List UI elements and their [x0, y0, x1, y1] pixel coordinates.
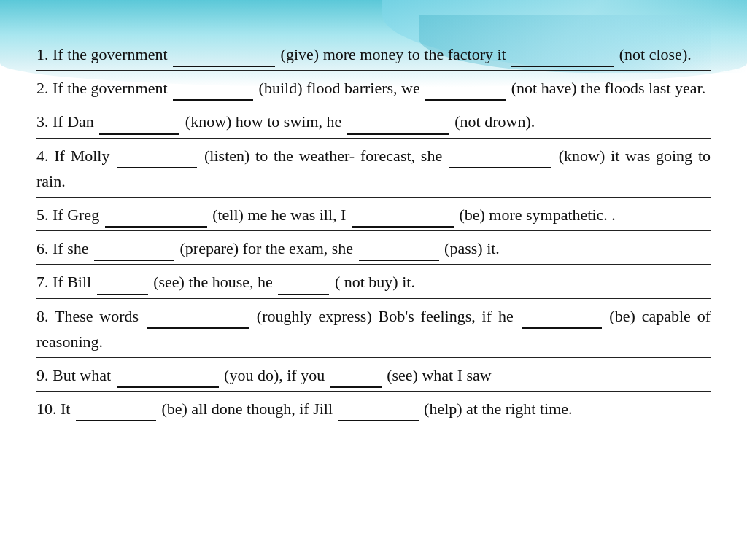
- exercise-8: 8. These words (roughly express) Bob's f…: [36, 302, 711, 354]
- blank-6-1: [94, 234, 174, 261]
- exercise-6: 6. If she (prepare) for the exam, she (p…: [36, 234, 711, 261]
- ex5-p3: (be) more sympathetic. .: [455, 206, 616, 224]
- sep-2: [36, 104, 711, 104]
- exercise-7: 7. If Bill (see) the house, he ( not buy…: [36, 268, 711, 295]
- ex3-p3: (not drown).: [451, 112, 535, 131]
- ex6-p3: (pass) it.: [441, 239, 500, 257]
- exercise-9: 9. But what (you do), if you (see) what …: [36, 361, 711, 388]
- blank-5-1: [105, 201, 207, 228]
- sep-5: [36, 230, 711, 231]
- blank-7-1: [97, 268, 148, 295]
- ex7-p2: (see) the house, he: [150, 273, 277, 291]
- ex4-p2: (listen) to the weather- forecast, she: [198, 147, 448, 165]
- sep-4: [36, 197, 711, 198]
- ex9-p3: (see) what I saw: [383, 366, 492, 384]
- blank-4-1: [117, 141, 197, 168]
- ex10-p1: 10. It: [36, 400, 74, 418]
- blank-4-2: [449, 141, 551, 168]
- exercise-10: 10. It (be) all done though, if Jill (he…: [36, 394, 711, 421]
- blank-7-2: [278, 268, 329, 295]
- blank-10-2: [338, 394, 419, 421]
- blank-3-1: [99, 107, 179, 134]
- blank-9-1: [117, 361, 219, 388]
- sep-3: [36, 138, 711, 139]
- sep-7: [36, 298, 711, 299]
- ex10-p2: (be) all done though, if Jill: [158, 400, 337, 418]
- ex9-p2: (you do), if you: [220, 366, 329, 384]
- blank-2-1: [173, 74, 253, 101]
- blank-8-2: [522, 302, 602, 329]
- ex5-p1: 5. If Greg: [36, 206, 104, 224]
- exercise-3: 3. If Dan (know) how to swim, he (not dr…: [36, 107, 711, 134]
- blank-10-1: [76, 394, 156, 421]
- ex1-p3: (not close).: [615, 45, 691, 63]
- sep-1: [36, 70, 711, 71]
- ex7-p1: 7. If Bill: [36, 273, 96, 291]
- ex5-p2: (tell) me he was ill, I: [209, 206, 350, 224]
- ex1-num: 1. If the government: [36, 45, 171, 63]
- ex8-p1: 8. These words: [36, 307, 145, 325]
- ex2-p2: (build) flood barriers, we: [255, 79, 424, 97]
- ex9-p1: 9. But what: [36, 366, 115, 384]
- ex2-p3: (not have) the floods last year.: [507, 79, 705, 97]
- blank-1-1: [173, 40, 275, 67]
- blank-2-2: [425, 74, 506, 101]
- ex1-p2: (give) more money to the factory it: [276, 45, 510, 63]
- ex6-p2: (prepare) for the exam, she: [176, 239, 357, 257]
- ex6-p1: 6. If she: [36, 239, 93, 257]
- ex4-p1: 4. If Molly: [36, 147, 115, 165]
- exercise-1: 1. If the government (give) more money t…: [36, 40, 711, 67]
- blank-3-2: [347, 107, 449, 134]
- blank-1-2: [511, 40, 614, 67]
- sep-6: [36, 264, 711, 265]
- blank-6-2: [359, 234, 439, 261]
- blank-9-2: [330, 361, 382, 388]
- ex8-p2: (roughly express) Bob's feelings, if he: [250, 307, 520, 325]
- sep-9: [36, 391, 711, 392]
- exercise-4: 4. If Molly (listen) to the weather- for…: [36, 141, 711, 194]
- ex2-p1: 2. If the government: [36, 79, 171, 97]
- ex3-p2: (know) how to swim, he: [181, 112, 345, 131]
- ex10-p3: (help) at the right time.: [420, 400, 573, 418]
- content-area: 1. If the government (give) more money t…: [0, 0, 747, 439]
- sep-8: [36, 357, 711, 358]
- exercise-5: 5. If Greg (tell) me he was ill, I (be) …: [36, 201, 711, 228]
- blank-8-1: [147, 302, 249, 329]
- exercise-2: 2. If the government (build) flood barri…: [36, 74, 711, 101]
- ex3-p1: 3. If Dan: [36, 112, 98, 131]
- ex7-p3: ( not buy) it.: [330, 273, 415, 291]
- blank-5-2: [352, 201, 454, 228]
